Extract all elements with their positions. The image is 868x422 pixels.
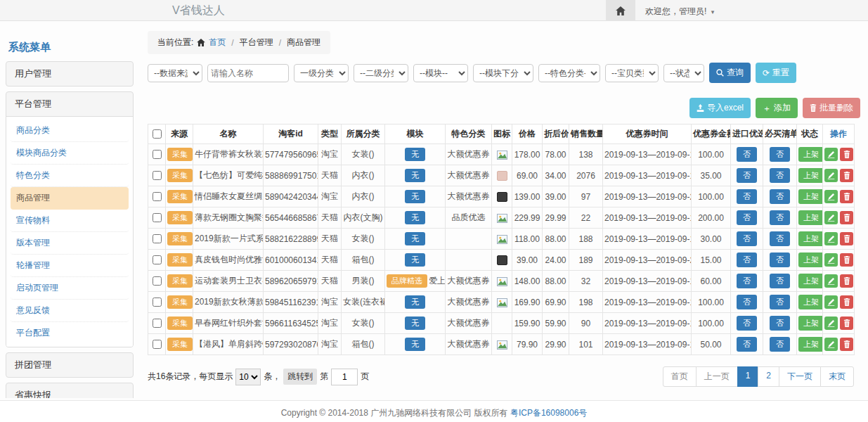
edit-button[interactable] (824, 295, 838, 309)
delete-button[interactable] (840, 190, 853, 203)
sidebar-sub-item[interactable]: 宣传物料 (11, 210, 129, 232)
delete-button[interactable] (840, 253, 853, 267)
delete-button[interactable] (840, 274, 853, 288)
edit-button[interactable] (824, 169, 838, 182)
imported-toggle[interactable]: 否 (737, 189, 757, 204)
sidebar-group-header[interactable]: 省惠快报 (6, 383, 133, 398)
must-buy-toggle[interactable]: 否 (770, 274, 790, 288)
status-button[interactable]: 上架 (798, 295, 823, 309)
status-button[interactable]: 上架 (798, 337, 823, 352)
edit-button[interactable] (824, 316, 838, 330)
edit-button[interactable] (824, 253, 838, 267)
import-excel-button[interactable]: 导入excel (689, 98, 751, 118)
status-button[interactable]: 上架 (798, 252, 823, 267)
imported-toggle[interactable]: 否 (737, 316, 757, 331)
sidebar-group-header[interactable]: 平台管理 (6, 92, 133, 116)
must-buy-toggle[interactable]: 否 (770, 316, 790, 331)
delete-button[interactable] (840, 211, 853, 224)
row-checkbox[interactable] (153, 234, 162, 243)
row-checkbox[interactable] (153, 192, 162, 201)
filter-select-level1-category[interactable]: 一级分类 (294, 64, 349, 82)
page-button[interactable]: 上一页 (696, 366, 738, 387)
sidebar-sub-item[interactable]: 轮播管理 (11, 255, 129, 277)
per-page-select[interactable]: 10 (235, 369, 261, 385)
delete-button[interactable] (840, 169, 853, 182)
delete-button[interactable] (840, 316, 853, 330)
imported-toggle[interactable]: 否 (737, 168, 757, 183)
must-buy-toggle[interactable]: 否 (770, 231, 790, 246)
add-button[interactable]: ＋ 添加 (756, 98, 798, 118)
status-button[interactable]: 上架 (798, 210, 823, 225)
sidebar-sub-item[interactable]: 商品管理 (11, 187, 129, 210)
edit-button[interactable] (824, 211, 838, 224)
delete-button[interactable] (840, 232, 853, 245)
must-buy-toggle[interactable]: 否 (770, 337, 790, 352)
must-buy-toggle[interactable]: 否 (770, 147, 790, 162)
page-button[interactable]: 下一页 (779, 366, 821, 387)
row-checkbox[interactable] (153, 319, 162, 328)
imported-toggle[interactable]: 否 (737, 252, 757, 267)
sidebar-sub-item[interactable]: 商品分类 (11, 120, 129, 142)
row-checkbox[interactable] (153, 255, 162, 264)
must-buy-toggle[interactable]: 否 (770, 252, 790, 267)
sidebar-sub-item[interactable]: 意见反馈 (11, 300, 129, 322)
icp-link[interactable]: 粤ICP备16098006号 (510, 408, 587, 418)
page-button[interactable]: 首页 (663, 366, 697, 387)
delete-button[interactable] (840, 295, 853, 309)
status-button[interactable]: 上架 (798, 316, 823, 331)
imported-toggle[interactable]: 否 (737, 231, 757, 246)
filter-select-module[interactable]: --模块-- (413, 64, 468, 82)
sidebar-group-header[interactable]: 用户管理 (6, 62, 133, 86)
reset-button[interactable]: ⟳ 重置 (756, 63, 796, 83)
delete-button[interactable] (840, 148, 853, 161)
edit-button[interactable] (824, 232, 838, 245)
row-checkbox[interactable] (153, 150, 162, 159)
imported-toggle[interactable]: 否 (737, 210, 757, 225)
sidebar-group-header[interactable]: 拼团管理 (6, 353, 133, 377)
must-buy-toggle[interactable]: 否 (770, 168, 790, 183)
search-button[interactable]: 查询 (709, 63, 751, 83)
filter-select-status[interactable]: --状态-- (663, 64, 704, 82)
edit-button[interactable] (824, 274, 838, 288)
sidebar-sub-item[interactable]: 启动页管理 (11, 277, 129, 300)
filter-select-data-source[interactable]: --数据来源-- (148, 64, 202, 82)
row-checkbox[interactable] (153, 213, 162, 222)
edit-button[interactable] (824, 148, 838, 161)
select-all-checkbox[interactable] (153, 129, 162, 139)
edit-button[interactable] (824, 338, 838, 351)
filter-select-item-type[interactable]: --宝贝类型-- (605, 64, 659, 82)
page-button[interactable]: 末页 (820, 366, 854, 387)
row-checkbox[interactable] (153, 298, 162, 307)
must-buy-toggle[interactable]: 否 (770, 189, 790, 204)
must-buy-toggle[interactable]: 否 (770, 210, 790, 225)
status-button[interactable]: 上架 (798, 147, 823, 162)
edit-button[interactable] (824, 190, 838, 203)
imported-toggle[interactable]: 否 (737, 295, 757, 309)
jump-button[interactable]: 跳转到 (283, 369, 317, 385)
must-buy-toggle[interactable]: 否 (770, 295, 790, 309)
row-checkbox[interactable] (153, 171, 162, 180)
sidebar-sub-item[interactable]: 特色分类 (11, 165, 129, 187)
status-button[interactable]: 上架 (798, 189, 823, 204)
filter-select-feature-category[interactable]: --特色分类-- (538, 64, 600, 82)
sidebar-sub-item[interactable]: 版本管理 (11, 232, 129, 255)
row-checkbox[interactable] (153, 340, 162, 349)
imported-toggle[interactable]: 否 (737, 337, 757, 352)
imported-toggle[interactable]: 否 (737, 147, 757, 162)
sidebar-sub-item[interactable]: 平台配置 (11, 322, 129, 344)
page-button[interactable]: 2 (758, 366, 779, 387)
filter-select-level2-category[interactable]: --二级分类-- (354, 64, 408, 82)
breadcrumb-home-link[interactable]: 首页 (209, 37, 226, 49)
filter-name-input[interactable] (207, 64, 289, 82)
delete-button[interactable] (840, 338, 853, 351)
status-button[interactable]: 上架 (798, 168, 823, 183)
sidebar-sub-item[interactable]: 模块商品分类 (11, 142, 129, 165)
status-button[interactable]: 上架 (798, 231, 823, 246)
row-checkbox[interactable] (153, 276, 162, 286)
status-button[interactable]: 上架 (798, 274, 823, 288)
user-menu[interactable]: 欢迎您，管理员! ▾ (645, 6, 714, 18)
home-button[interactable] (606, 0, 635, 21)
page-button[interactable]: 1 (737, 366, 759, 387)
imported-toggle[interactable]: 否 (737, 274, 757, 288)
jump-page-input[interactable] (331, 369, 358, 385)
